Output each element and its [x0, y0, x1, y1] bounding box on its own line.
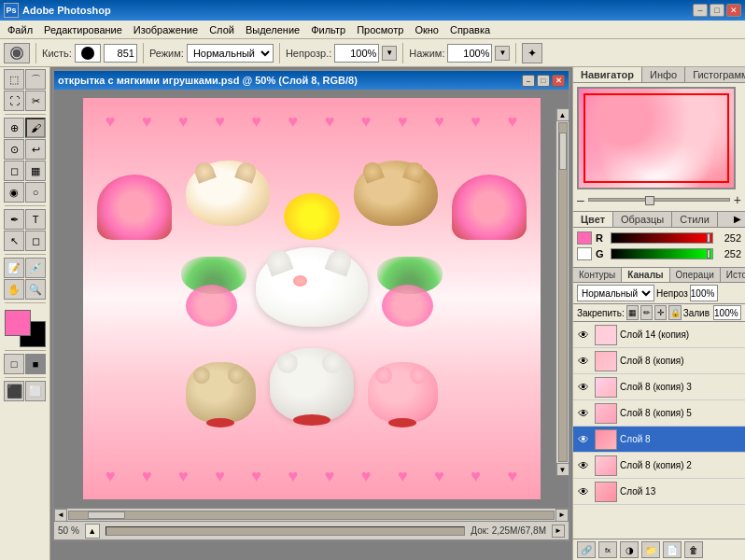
maximize-button[interactable]: □ [710, 4, 724, 17]
close-button[interactable]: ✕ [726, 4, 741, 17]
status-arrow-btn[interactable]: ► [552, 525, 565, 538]
hand-tool[interactable]: ✋ [4, 279, 24, 300]
opacity-input[interactable] [334, 44, 379, 63]
layers-opacity-input[interactable] [690, 285, 718, 301]
vscroll-track[interactable] [558, 122, 568, 462]
foreground-color[interactable] [5, 310, 31, 336]
blur-tool[interactable]: ◉ [4, 182, 24, 203]
vscroll-down-btn[interactable]: ▼ [556, 463, 569, 476]
doc-minimize-button[interactable]: – [522, 75, 535, 87]
menu-file[interactable]: Файл [2, 23, 38, 36]
layer-row-5[interactable]: 👁 Слой 8 (копия) 2 [573, 453, 745, 479]
menu-edit[interactable]: Редактирование [38, 23, 128, 36]
layer-row-2[interactable]: 👁 Слой 8 (копия) 3 [573, 374, 745, 400]
menu-view[interactable]: Просмотр [351, 23, 409, 36]
color-panel-menu-btn[interactable]: ▶ [730, 212, 745, 227]
hscroll-thumb[interactable] [88, 511, 125, 519]
gradient-tool[interactable]: ▦ [25, 161, 46, 181]
quick-mask-off[interactable]: □ [4, 354, 24, 374]
layer-row-1[interactable]: 👁 Слой 8 (копия) [573, 348, 745, 374]
lock-transparent-btn[interactable]: ▦ [626, 305, 639, 320]
lock-move-btn[interactable]: ✛ [654, 305, 667, 320]
link-layers-btn[interactable]: 🔗 [577, 541, 596, 558]
actions-tab[interactable]: Операци [670, 268, 721, 282]
info-tab[interactable]: Инфо [642, 67, 685, 82]
layer-visibility-1[interactable]: 👁 [575, 353, 592, 370]
healing-tool[interactable]: ⊕ [4, 118, 24, 138]
navigator-tab[interactable]: Навигатор [573, 67, 642, 82]
status-zoom-btn[interactable]: ▲ [85, 524, 100, 539]
g-slider-thumb[interactable] [707, 249, 710, 259]
opacity-arrow[interactable]: ▼ [382, 46, 397, 61]
vertical-scrollbar[interactable]: ▲ ▼ [555, 108, 569, 476]
crop-tool[interactable]: ⛶ [4, 91, 24, 111]
nav-zoom-out-btn[interactable]: – [577, 192, 584, 207]
layer-visibility-3[interactable]: 👁 [575, 405, 592, 422]
bg-color-preview[interactable] [577, 247, 592, 260]
shape-tool[interactable]: ◻ [25, 231, 46, 251]
fill-input[interactable] [713, 305, 741, 320]
layers-blend-mode[interactable]: Нормальный [577, 285, 654, 301]
layer-visibility-0[interactable]: 👁 [575, 327, 592, 343]
delete-layer-btn[interactable]: 🗑 [684, 541, 703, 558]
slice-tool[interactable]: ✂ [25, 91, 46, 111]
eyedropper-tool[interactable]: 💉 [25, 258, 46, 278]
channels-tab[interactable]: Каналы [622, 268, 669, 282]
minimize-button[interactable]: – [693, 4, 708, 17]
doc-maximize-button[interactable]: □ [537, 75, 550, 87]
screen-mode-2[interactable]: ⬜ [25, 381, 46, 401]
nav-slider-thumb[interactable] [645, 196, 654, 205]
new-group-btn[interactable]: 📁 [641, 541, 660, 558]
layer-row-6[interactable]: 👁 Слой 13 [573, 479, 745, 505]
color-tab[interactable]: Цвет [573, 212, 613, 227]
menu-image[interactable]: Изображение [128, 23, 204, 36]
nav-zoom-in-btn[interactable]: + [734, 192, 741, 207]
styles-tab[interactable]: Стили [672, 212, 718, 227]
menu-help[interactable]: Справка [444, 23, 496, 36]
lasso-tool[interactable]: ⌒ [25, 69, 46, 90]
marquee-tool[interactable]: ⬚ [4, 69, 24, 90]
vscroll-thumb[interactable] [559, 133, 567, 170]
menu-filter[interactable]: Фильтр [305, 23, 351, 36]
menu-window[interactable]: Окно [409, 23, 444, 36]
layer-row-0[interactable]: 👁 Слой 14 (копия) [573, 322, 745, 348]
history-tab[interactable]: Истори [721, 268, 745, 282]
layer-style-btn[interactable]: fx [598, 541, 617, 558]
hscroll-track[interactable] [68, 511, 555, 520]
menu-layer[interactable]: Слой [204, 23, 240, 36]
hscroll-left-btn[interactable]: ◄ [54, 509, 67, 522]
hscroll-right-btn[interactable]: ► [555, 509, 569, 522]
pressure-arrow[interactable]: ▼ [495, 46, 510, 61]
eraser-tool[interactable]: ◻ [4, 161, 24, 181]
nav-zoom-slider[interactable] [588, 198, 730, 202]
paths-tab[interactable]: Контуры [573, 268, 622, 282]
notes-tool[interactable]: 📝 [4, 258, 24, 278]
blend-mode-select[interactable]: Нормальный [187, 44, 274, 63]
dodge-tool[interactable]: ○ [25, 182, 46, 203]
menu-select[interactable]: Выделение [240, 23, 305, 36]
new-layer-btn[interactable]: 📄 [663, 541, 682, 558]
pen-tool[interactable]: ✒ [4, 209, 24, 230]
histogram-tab[interactable]: Гистограмма [685, 67, 745, 82]
tool-preset-picker[interactable] [4, 43, 30, 63]
layer-mask-btn[interactable]: ◑ [620, 541, 639, 558]
screen-mode[interactable]: ⬛ [4, 381, 24, 401]
history-brush[interactable]: ↩ [25, 139, 46, 160]
layer-row-4[interactable]: 👁 Слой 8 [573, 427, 745, 453]
lock-all-btn[interactable]: 🔒 [668, 305, 681, 320]
r-slider-thumb[interactable] [707, 233, 710, 243]
r-slider-track[interactable] [611, 232, 713, 244]
brush-tool[interactable]: 🖌 [25, 118, 46, 138]
horizontal-scrollbar[interactable]: ◄ ► [54, 508, 569, 521]
type-tool[interactable]: T [25, 209, 46, 230]
clone-tool[interactable]: ⊙ [4, 139, 24, 160]
swatches-tab[interactable]: Образцы [613, 212, 672, 227]
brush-size-input[interactable] [104, 44, 137, 63]
layer-visibility-4[interactable]: 👁 [575, 431, 592, 448]
lock-paint-btn[interactable]: ✏ [640, 305, 653, 320]
fg-color-preview[interactable] [577, 231, 592, 245]
path-select[interactable]: ↖ [4, 231, 24, 251]
layer-row-3[interactable]: 👁 Слой 8 (копия) 5 [573, 400, 745, 427]
g-slider-track[interactable] [611, 248, 713, 259]
zoom-tool[interactable]: 🔍 [25, 279, 46, 300]
